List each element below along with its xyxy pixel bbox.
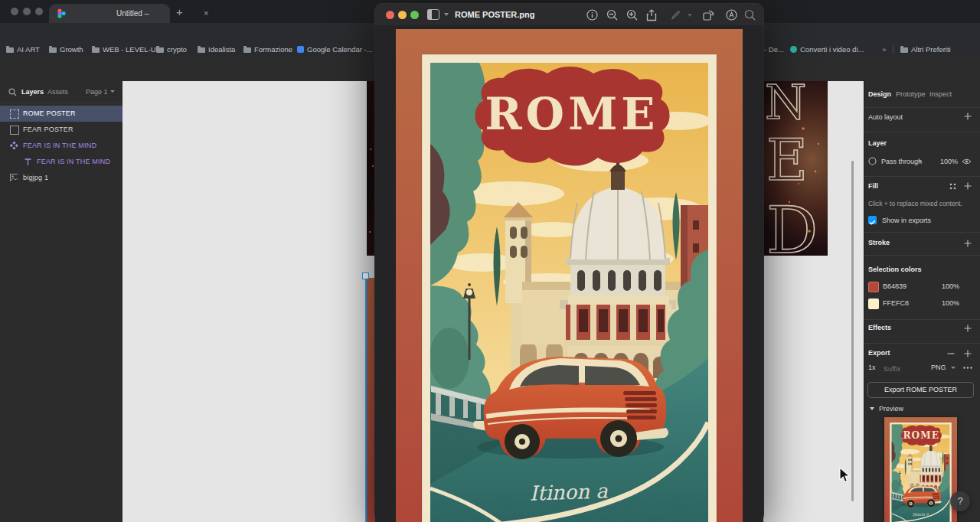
add-stroke-icon[interactable] <box>964 240 972 247</box>
selection-outline <box>365 276 367 522</box>
rotate-icon[interactable] <box>703 9 715 21</box>
bookmarks-overflow-icon[interactable]: » <box>882 43 886 57</box>
layer-row-image[interactable]: bigjpg 1 <box>0 170 122 186</box>
bookmark-item[interactable]: Idealista <box>198 43 235 57</box>
window-close-icon[interactable] <box>386 11 394 19</box>
search-icon[interactable] <box>744 9 756 21</box>
export-options-icon[interactable] <box>963 367 972 369</box>
zoom-out-icon[interactable] <box>606 9 618 21</box>
layers-panel-header: Layers Assets Page 1 <box>0 81 122 103</box>
new-tab-icon[interactable]: + <box>176 2 183 21</box>
browser-minimize-icon[interactable] <box>23 8 31 15</box>
color-hex[interactable]: B64839 <box>883 282 906 290</box>
blend-mode-value[interactable]: Pass through <box>881 158 922 165</box>
divider <box>864 319 980 320</box>
annotate-icon[interactable] <box>726 9 737 21</box>
search-icon[interactable] <box>8 88 17 96</box>
layer-row-text[interactable]: FEAR IS IN THE MIND <box>0 154 122 170</box>
color-opacity[interactable]: 100% <box>942 299 959 307</box>
color-opacity[interactable]: 100% <box>942 282 959 290</box>
other-favorites[interactable]: Altri Preferiti <box>900 43 951 57</box>
tab-close-icon[interactable]: × <box>204 4 208 23</box>
auto-layout-label: Auto layout <box>868 113 903 121</box>
zoom-in-icon[interactable] <box>626 9 638 21</box>
browser-zoom-icon[interactable] <box>35 8 43 15</box>
mouse-cursor <box>839 467 851 483</box>
preview-window[interactable]: ROME POSTER.png <box>375 4 763 522</box>
export-button[interactable]: Export ROME POSTER <box>867 382 974 398</box>
add-export-icon[interactable] <box>964 350 972 357</box>
rome-poster-canvas-edge[interactable] <box>367 278 375 522</box>
blend-mode-icon[interactable] <box>868 157 877 165</box>
divider <box>864 232 980 233</box>
browser-tab[interactable]: Untitled – Figma × <box>49 4 170 23</box>
effects-section-label: Effects <box>868 324 891 331</box>
color-swatch-red[interactable] <box>868 282 879 292</box>
tab-inspect[interactable]: Inspect <box>929 81 952 107</box>
bookmark-item[interactable]: Formazione <box>243 43 292 57</box>
chevron-down-icon[interactable] <box>918 161 923 163</box>
svg-text:N: N <box>765 81 806 130</box>
chevron-down-icon[interactable] <box>951 367 956 369</box>
markup-chevron-icon <box>688 14 692 17</box>
bookmark-item[interactable]: WEB - LEVEL-UP <box>92 43 161 57</box>
add-auto-layout-icon[interactable] <box>964 113 972 120</box>
remove-export-icon[interactable] <box>947 353 955 354</box>
show-in-exports-checkbox[interactable] <box>868 216 877 224</box>
preview-caret-icon[interactable] <box>870 407 874 410</box>
frame-icon <box>10 126 19 135</box>
selection-colors-label: Selection colors <box>868 266 922 273</box>
image-layer-icon <box>10 174 18 181</box>
google-calendar-icon <box>297 46 304 53</box>
canvas-object-edge[interactable] <box>367 81 375 256</box>
export-preview-thumbnail <box>884 417 957 522</box>
eye-icon[interactable] <box>962 158 972 165</box>
color-swatch-cream[interactable] <box>868 299 879 309</box>
window-minimize-icon[interactable] <box>398 11 407 19</box>
layer-row-component[interactable]: FEAR IS IN THE MIND <box>0 138 122 154</box>
check-icon <box>868 218 877 227</box>
bookmark-item[interactable]: Growth <box>49 43 83 57</box>
export-format[interactable]: PNG <box>931 364 946 371</box>
fill-styles-icon[interactable] <box>949 183 956 190</box>
layer-row-fear-poster[interactable]: FEAR POSTER <box>0 122 122 138</box>
info-icon[interactable] <box>586 9 598 21</box>
screen: Untitled – Figma × + figma.com/file/ZOqa… <box>0 0 980 522</box>
sidebar-toggle-icon[interactable] <box>427 9 439 20</box>
share-icon[interactable] <box>646 9 657 21</box>
bookmark-item[interactable]: crypto <box>156 43 187 57</box>
preview-title-bar[interactable]: ROME POSTER.png <box>375 4 763 26</box>
divider <box>864 255 980 256</box>
tab-prototype[interactable]: Prototype <box>896 81 926 107</box>
layer-opacity-value[interactable]: 100% <box>940 158 958 165</box>
bookmark-item[interactable]: Google Calendar -... <box>297 43 373 57</box>
markup-pencil-icon <box>671 9 681 21</box>
page-selector[interactable]: Page 1 <box>86 81 108 103</box>
add-fill-icon[interactable] <box>964 182 972 190</box>
fear-poster-canvas[interactable]: N E D <box>763 81 828 256</box>
bookmark-item[interactable]: Converti i video di... <box>790 43 864 57</box>
bookmark-item[interactable]: AI ART <box>6 43 40 57</box>
chevron-down-icon[interactable] <box>444 13 449 16</box>
selection-handle[interactable] <box>362 272 369 279</box>
frame-export-icon <box>10 109 19 119</box>
color-hex[interactable]: FFEFC8 <box>883 299 909 307</box>
chevron-down-icon[interactable] <box>110 90 115 93</box>
export-scale[interactable]: 1x <box>868 364 876 371</box>
canvas-scrollbar[interactable] <box>851 161 854 501</box>
browser-close-icon[interactable] <box>11 8 18 15</box>
export-suffix-input[interactable] <box>882 363 920 375</box>
window-zoom-icon[interactable] <box>410 11 419 19</box>
bookmark-item-partial[interactable]: - De... <box>764 43 784 57</box>
layer-row-rome-poster[interactable]: ROME POSTER <box>0 106 122 122</box>
help-button[interactable]: ? <box>950 491 970 511</box>
tab-assets[interactable]: Assets <box>47 81 68 103</box>
divider <box>864 132 980 132</box>
svg-text:D: D <box>766 193 818 256</box>
tab-design[interactable]: Design <box>868 81 891 107</box>
add-effect-icon[interactable] <box>964 325 972 332</box>
fill-hint: Click + to replace mixed content. <box>868 200 962 207</box>
show-in-exports-label[interactable]: Show in exports <box>882 217 931 224</box>
fear-poster-letters: N E D <box>763 81 828 256</box>
tab-layers[interactable]: Layers <box>21 81 44 103</box>
